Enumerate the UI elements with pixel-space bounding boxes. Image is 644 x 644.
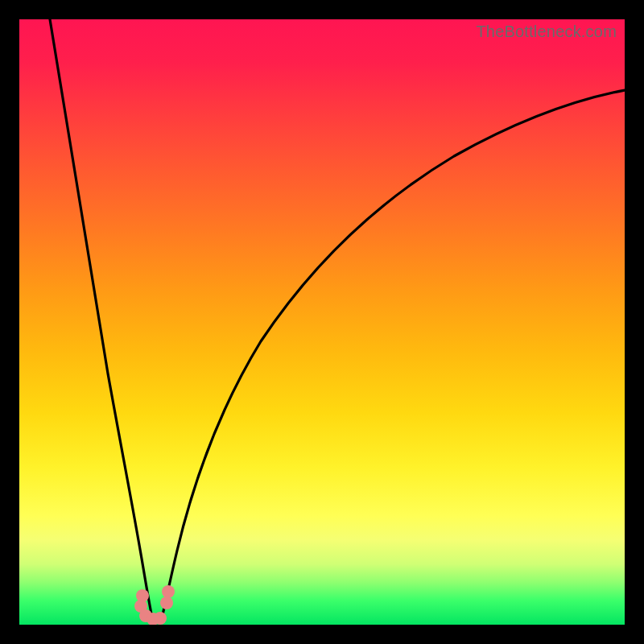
svg-point-6 [162,585,175,598]
watermark-text: TheBottleneck.com [476,23,617,41]
chart-curves [19,19,625,625]
svg-point-4 [154,612,167,625]
left-curve [50,19,153,621]
chart-frame: TheBottleneck.com [0,0,644,644]
plot-area: TheBottleneck.com [19,19,625,625]
right-curve [161,90,625,621]
marker-group [134,585,175,625]
svg-point-5 [160,597,173,609]
